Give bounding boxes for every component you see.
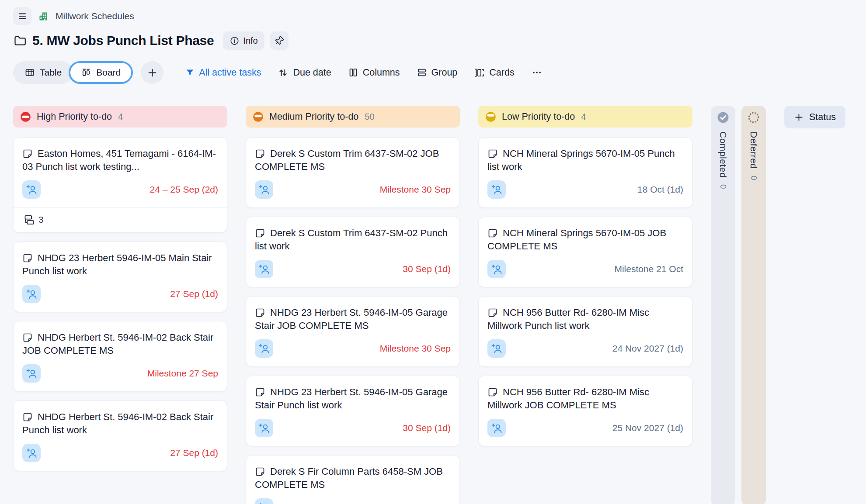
add-assignee-button[interactable]	[255, 260, 273, 278]
due-date: Milestone 1 Oct	[387, 502, 451, 504]
columns-button[interactable]: Columns	[348, 67, 400, 78]
cards-button[interactable]: Cards	[474, 67, 514, 78]
add-person-icon	[26, 368, 38, 380]
card-footer: 24 – 25 Sep (2d)	[22, 180, 218, 199]
sidebar-menu-button[interactable]	[13, 7, 31, 25]
task-card[interactable]: NCH 956 Butter Rd- 6280-IM Misc Millwork…	[478, 376, 692, 446]
add-assignee-button[interactable]	[255, 419, 273, 437]
card-title: Easton Homes, 451 Temagami - 6164-IM-03 …	[22, 147, 218, 173]
task-card[interactable]: NHDG 23 Herbert 5946-IM-05 Main Stair Pu…	[13, 242, 227, 312]
column-header[interactable]: High Priority to-do4	[13, 106, 227, 128]
add-status-button[interactable]: Status	[784, 106, 845, 128]
card-main: NHDG Herbert St. 5946-IM-02 Back Stair J…	[14, 321, 227, 391]
group-button[interactable]: Group	[417, 67, 458, 78]
workspace-name[interactable]: Millwork Schedules	[56, 11, 134, 21]
card-main: Derek S Fir Column Parts 6458-SM JOB COM…	[246, 456, 459, 504]
add-person-icon	[26, 184, 38, 196]
card-title-text: NHDG 23 Herbert St. 5946-IM-05 Garage St…	[255, 307, 448, 331]
completed-check-icon	[716, 111, 730, 124]
tab-board[interactable]: Board	[69, 61, 133, 84]
workspace-icon	[38, 10, 49, 22]
cards-label: Cards	[489, 67, 514, 78]
task-icon	[255, 148, 265, 159]
due-date: 30 Sep (1d)	[403, 423, 451, 433]
info-button[interactable]: Info	[223, 31, 264, 50]
add-assignee-button[interactable]	[255, 498, 273, 504]
add-assignee-button[interactable]	[487, 180, 506, 199]
task-icon	[487, 307, 498, 318]
card-main: Derek S Custom Trim 6437-SM-02 Punch lis…	[246, 217, 459, 287]
task-card[interactable]: NCH Mineral Springs 5670-IM-05 JOB COMPL…	[478, 217, 692, 287]
filter-button[interactable]: All active tasks	[185, 67, 261, 78]
card-main: NHDG 23 Herbert St. 5946-IM-05 Garage St…	[246, 376, 459, 446]
card-footer: 18 Oct (1d)	[487, 180, 683, 199]
add-assignee-button[interactable]	[255, 339, 273, 358]
add-assignee-button[interactable]	[255, 180, 273, 199]
add-assignee-button[interactable]	[22, 180, 41, 199]
column-header[interactable]: Low Priority to-do4	[478, 106, 692, 128]
sort-button[interactable]: Due date	[278, 67, 331, 78]
subtask-row[interactable]: 3	[14, 207, 227, 232]
card-title: Derek S Custom Trim 6437-SM-02 JOB COMPL…	[255, 147, 451, 173]
add-status-label: Status	[809, 112, 836, 123]
task-card[interactable]: NHDG Herbert St. 5946-IM-02 Back Stair P…	[13, 400, 227, 471]
collapsed-column-deferred[interactable]: Deferred 0	[741, 106, 766, 504]
add-person-icon	[491, 422, 503, 434]
table-icon	[24, 67, 35, 78]
add-assignee-button[interactable]	[22, 444, 41, 462]
card-footer: Milestone 30 Sep	[255, 180, 451, 199]
task-icon	[487, 148, 498, 159]
task-card[interactable]: Easton Homes, 451 Temagami - 6164-IM-03 …	[13, 137, 227, 233]
card-title-text: NHDG 23 Herbert 5946-IM-05 Main Stair Pu…	[22, 252, 212, 276]
card-title-text: NHDG Herbert St. 5946-IM-02 Back Stair P…	[22, 411, 213, 435]
info-icon	[230, 36, 240, 46]
view-toolbar: Table Board All active tasks Due date Co…	[0, 61, 866, 84]
task-card[interactable]: NHDG 23 Herbert St. 5946-IM-05 Garage St…	[246, 376, 460, 446]
task-card[interactable]: Derek S Custom Trim 6437-SM-02 JOB COMPL…	[246, 137, 460, 208]
card-title-text: NHDG 23 Herbert St. 5946-IM-05 Garage St…	[255, 387, 448, 411]
card-footer: Milestone 27 Sep	[22, 364, 218, 383]
card-main: NCH Mineral Springs 5670-IM-05 JOB COMPL…	[479, 217, 692, 287]
due-date: Milestone 21 Oct	[614, 264, 683, 274]
card-footer: Milestone 1 Oct	[255, 498, 451, 504]
sort-arrows-icon	[278, 67, 289, 78]
card-footer: Milestone 30 Sep	[255, 339, 451, 358]
collapsed-column-label: Deferred	[748, 131, 759, 169]
task-card[interactable]: NCH Mineral Springs 5670-IM-05 Punch lis…	[478, 137, 692, 208]
add-assignee-button[interactable]	[487, 339, 506, 358]
card-title: NHDG 23 Herbert St. 5946-IM-05 Garage St…	[255, 306, 451, 332]
add-assignee-button[interactable]	[22, 364, 41, 383]
card-footer: 27 Sep (1d)	[22, 285, 218, 303]
task-card[interactable]: NHDG 23 Herbert St. 5946-IM-05 Garage St…	[246, 296, 460, 367]
task-card[interactable]: Derek S Fir Column Parts 6458-SM JOB COM…	[246, 455, 460, 504]
card-title-text: NCH 956 Butter Rd- 6280-IM Misc Millwork…	[487, 387, 649, 411]
task-card[interactable]: Derek S Custom Trim 6437-SM-02 Punch lis…	[246, 217, 460, 287]
add-assignee-button[interactable]	[22, 285, 41, 303]
task-icon	[487, 228, 498, 238]
columns-icon	[348, 67, 358, 78]
add-person-icon	[491, 263, 503, 275]
add-assignee-button[interactable]	[487, 419, 506, 437]
column-title: High Priority to-do	[37, 111, 112, 122]
card-title: NCH 956 Butter Rd- 6280-IM Misc Millwork…	[487, 386, 683, 412]
due-date: Milestone 30 Sep	[380, 343, 451, 354]
add-person-icon	[258, 184, 270, 196]
add-person-icon	[258, 263, 270, 275]
pin-icon	[274, 35, 285, 46]
add-assignee-button[interactable]	[487, 260, 506, 278]
tab-table[interactable]: Table	[13, 61, 73, 84]
card-footer: 30 Sep (1d)	[255, 419, 451, 437]
collapsed-column-completed[interactable]: Completed 0	[711, 106, 735, 504]
card-footer: Milestone 21 Oct	[487, 260, 683, 278]
add-view-button[interactable]	[141, 61, 163, 84]
task-card[interactable]: NCH 956 Butter Rd- 6280-IM Misc Millwork…	[478, 296, 692, 367]
due-date: 27 Sep (1d)	[170, 289, 218, 299]
pin-button[interactable]	[270, 31, 289, 50]
card-title-text: Easton Homes, 451 Temagami - 6164-IM-03 …	[22, 148, 216, 172]
card-title: Derek S Custom Trim 6437-SM-02 Punch lis…	[255, 227, 451, 253]
task-card[interactable]: NHDG Herbert St. 5946-IM-02 Back Stair J…	[13, 321, 227, 392]
more-options-button[interactable]	[531, 67, 543, 78]
card-title-text: Derek S Custom Trim 6437-SM-02 JOB COMPL…	[255, 148, 439, 172]
page-header: 5. MW Jobs Punch List Phase Info	[0, 31, 866, 51]
column-header[interactable]: Medium Priority to-do50	[246, 106, 460, 128]
